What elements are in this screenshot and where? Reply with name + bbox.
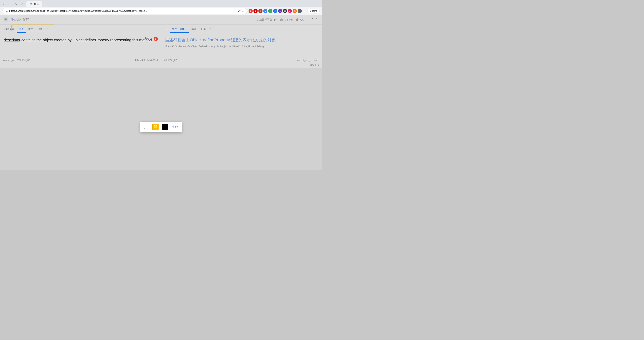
- japanese-btn[interactable]: 日语: [199, 26, 208, 32]
- clear-button[interactable]: clear: [144, 37, 150, 40]
- result-area: 描述符包含由Object.defineProperty创建的表示此方法的对象 M…: [161, 34, 322, 57]
- ext-icon-11[interactable]: ✦: [298, 9, 302, 13]
- active-tab[interactable]: 🌐 翻译: [26, 1, 42, 7]
- source-bottom-bar: volume_up volume_up 88 / 5000 keyboard: [0, 57, 161, 63]
- highlight-tool-btn[interactable]: [152, 124, 159, 130]
- result-speaker-icon[interactable]: volume_up: [164, 58, 177, 61]
- translate-header: ☰ Google 翻译 点击图标下载 App 🤖 Android 🍎 iOS ⋮…: [0, 15, 322, 24]
- english-target-btn[interactable]: 英语: [189, 26, 199, 32]
- forward-button[interactable]: →: [8, 1, 13, 7]
- mic-url-icon[interactable]: 🎤: [238, 9, 240, 12]
- source-text: descriptor contains the object created b…: [4, 37, 157, 43]
- floating-toolbar: ⋮⋮ 完成: [140, 122, 182, 132]
- extension-icons: G ◉ ✦ M T ◎ ◈ ▦ ◆ ⊞ ✦ ⋮ Update: [248, 9, 320, 13]
- char-count: 88 / 5000: [135, 59, 145, 61]
- feedback-link[interactable]: 发送反馈: [161, 63, 322, 68]
- target-more-btn[interactable]: ˅: [208, 26, 213, 33]
- source-mic-icon[interactable]: volume_up: [3, 59, 15, 61]
- ext-icon-5[interactable]: T: [268, 9, 272, 13]
- source-word-descriptor: descriptor: [4, 38, 20, 42]
- nav-buttons: ← → ✕ ⌂: [2, 1, 25, 7]
- header-right: 点击图标下载 App 🤖 Android 🍎 iOS ⋮⋮⋮: [257, 17, 318, 22]
- share-icon[interactable]: share: [313, 59, 319, 61]
- ext-icon-4[interactable]: M: [263, 9, 268, 13]
- url-box[interactable]: 🔒 https://translate.google.cn/?sl=en&tl=…: [2, 8, 247, 14]
- update-button[interactable]: Update: [308, 9, 320, 13]
- swap-button[interactable]: ⇄: [163, 26, 170, 32]
- logo-letter-g: G: [11, 18, 13, 21]
- tab-icon: 🌐: [30, 3, 32, 5]
- ios-link[interactable]: 🍎 iOS: [296, 18, 304, 21]
- ext-icon-1[interactable]: G: [248, 9, 253, 13]
- result-text: 描述符包含由Object.defineProperty创建的表示此方法的对象: [165, 37, 318, 43]
- tab-title: 翻译: [34, 2, 39, 6]
- source-more-btn[interactable]: ˅: [45, 26, 50, 33]
- result-bottom-bar: volume_up content_copy share: [161, 57, 322, 63]
- android-link[interactable]: 🤖 Android: [280, 18, 293, 21]
- google-logo: Google: [11, 18, 21, 21]
- ext-icon-9[interactable]: ◆: [288, 9, 292, 13]
- result-actions: content_copy share: [296, 59, 319, 61]
- black-tool-btn[interactable]: [162, 124, 168, 130]
- ext-icon-10[interactable]: ⊞: [293, 9, 297, 13]
- ext-icon-12[interactable]: ⋮: [302, 9, 307, 13]
- ext-icon-7[interactable]: ◈: [278, 9, 282, 13]
- google-logo-area: ☰ Google 翻译: [4, 17, 29, 22]
- source-text-area: descriptor contains the object created b…: [0, 34, 161, 57]
- source-text-rest: contains the object created by Object.de…: [20, 38, 152, 42]
- error-badge: 1: [154, 37, 158, 41]
- ext-icon-2[interactable]: ◉: [254, 9, 258, 13]
- keyboard-icon[interactable]: keyboard: [147, 58, 158, 61]
- done-button[interactable]: 完成: [170, 124, 180, 130]
- logo-letter-e: e: [19, 18, 21, 21]
- simplified-chinese-btn[interactable]: 中文（简体）: [170, 26, 189, 33]
- detect-lang-btn[interactable]: 检测语言: [2, 26, 16, 32]
- home-button[interactable]: ⌂: [20, 1, 25, 7]
- english-lang-btn[interactable]: 英语: [16, 26, 26, 33]
- ext-icon-3[interactable]: ✦: [258, 9, 262, 13]
- back-button[interactable]: ←: [2, 1, 7, 7]
- browser-chrome: ← → ✕ ⌂ 🌐 翻译 🔒 https://translate.google.…: [0, 0, 322, 15]
- reload-button[interactable]: ✕: [14, 1, 19, 7]
- logo-letter-g2: g: [16, 18, 18, 21]
- apple-icon: 🍎: [296, 18, 298, 21]
- copy-icon[interactable]: content_copy: [296, 59, 310, 61]
- source-speaker-label[interactable]: volume_up: [17, 58, 30, 61]
- android-icon: 🤖: [280, 18, 283, 21]
- source-panel: 检测语言 英语 中文 德语 ˅ descriptor contains the …: [0, 24, 161, 68]
- result-romanized: Miáoshù fú bāohán yǒu Object.DefinePrope…: [165, 44, 318, 48]
- target-panel: ⇄ 中文（简体） 英语 日语 ˅ 描述符包含由Object.defineProp…: [161, 24, 322, 68]
- source-lang-selector: 检测语言 英语 中文 德语 ˅: [0, 24, 161, 34]
- ext-icon-8[interactable]: ▦: [283, 9, 287, 13]
- download-text: 点击图标下载 App: [257, 18, 277, 21]
- highlight-icon: [154, 125, 158, 129]
- url-text: https://translate.google.cn/?sl=en&tl=zh…: [9, 10, 236, 12]
- hamburger-menu[interactable]: ☰: [4, 17, 8, 22]
- page-content: ☰ Google 翻译 点击图标下载 App 🤖 Android 🍎 iOS ⋮…: [0, 15, 322, 170]
- tab-bar: ← → ✕ ⌂ 🌐 翻译: [0, 0, 322, 7]
- translate-main: 检测语言 英语 中文 德语 ˅ descriptor contains the …: [0, 24, 322, 68]
- toolbar-drag-handle[interactable]: ⋮⋮: [143, 125, 150, 129]
- star-icon[interactable]: ☆: [242, 9, 244, 12]
- german-lang-btn[interactable]: 德语: [36, 26, 45, 32]
- logo-translate: 翻译: [23, 18, 29, 22]
- lock-icon: 🔒: [5, 10, 8, 12]
- logo-letter-o2: o: [15, 18, 16, 21]
- chinese-lang-btn[interactable]: 中文: [26, 26, 36, 32]
- ext-icon-6[interactable]: ◎: [273, 9, 277, 13]
- target-lang-selector: ⇄ 中文（简体） 英语 日语 ˅: [161, 24, 322, 34]
- apps-grid-button[interactable]: ⋮⋮⋮: [307, 17, 318, 22]
- address-bar: 🔒 https://translate.google.cn/?sl=en&tl=…: [0, 7, 322, 15]
